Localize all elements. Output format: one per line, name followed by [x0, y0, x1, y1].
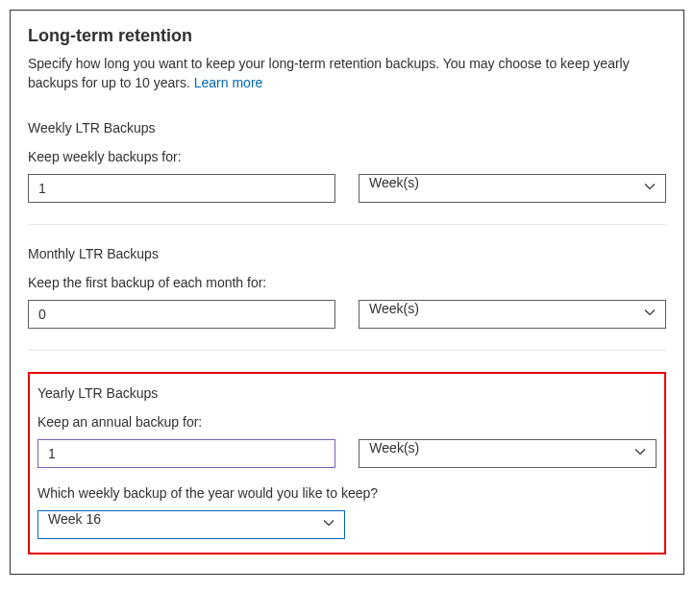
weekly-heading: Weekly LTR Backups [28, 120, 666, 136]
monthly-unit-select-wrap: Week(s) [359, 300, 666, 329]
yearly-heading: Yearly LTR Backups [37, 385, 657, 401]
weekly-row: Week(s) [28, 174, 666, 203]
monthly-label: Keep the first backup of each month for: [28, 275, 666, 290]
yearly-which-select-wrap: Week 16 [37, 510, 345, 539]
yearly-unit-select-wrap: Week(s) [359, 439, 657, 468]
yearly-highlight-box: Yearly LTR Backups Keep an annual backup… [28, 372, 666, 554]
monthly-value-input[interactable] [28, 300, 335, 329]
yearly-unit-select[interactable]: Week(s) [359, 439, 657, 468]
weekly-value-input[interactable] [28, 174, 335, 203]
divider [28, 224, 666, 225]
yearly-which-row: Week 16 [37, 510, 657, 539]
learn-more-link[interactable]: Learn more [194, 75, 263, 90]
ltr-panel: Long-term retention Specify how long you… [10, 10, 684, 575]
panel-description: Specify how long you want to keep your l… [28, 54, 666, 93]
monthly-unit-select[interactable]: Week(s) [359, 300, 666, 329]
weekly-unit-select[interactable]: Week(s) [359, 174, 666, 203]
description-text: Specify how long you want to keep your l… [28, 56, 630, 90]
monthly-row: Week(s) [28, 300, 666, 329]
yearly-which-label: Which weekly backup of the year would yo… [37, 485, 657, 501]
yearly-row: Week(s) [37, 439, 657, 468]
panel-title: Long-term retention [28, 26, 666, 46]
weekly-unit-select-wrap: Week(s) [359, 174, 666, 203]
monthly-heading: Monthly LTR Backups [28, 246, 666, 261]
yearly-label: Keep an annual backup for: [37, 414, 657, 430]
yearly-value-input[interactable] [37, 439, 335, 468]
yearly-which-select[interactable]: Week 16 [37, 510, 345, 539]
divider [28, 350, 666, 351]
weekly-label: Keep weekly backups for: [28, 149, 666, 164]
